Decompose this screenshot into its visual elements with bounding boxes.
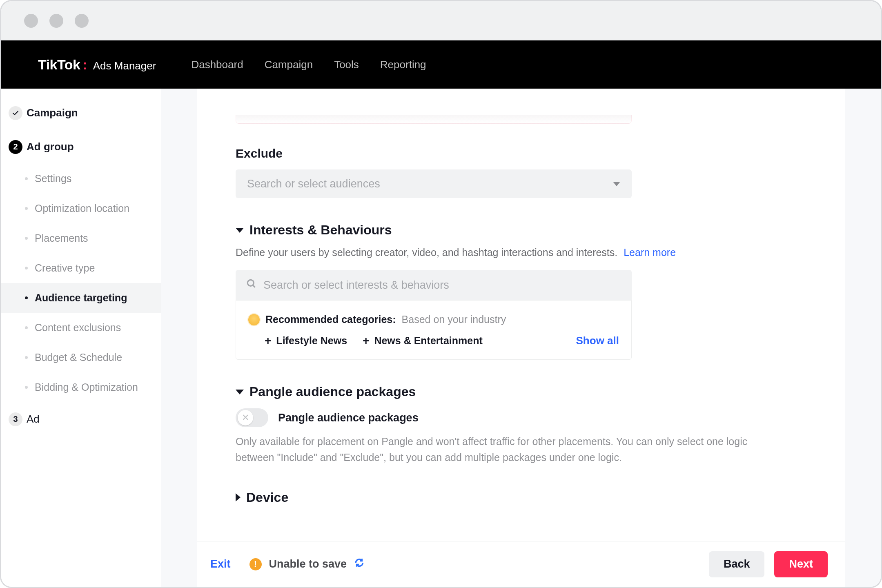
- substep-label: Creative type: [35, 262, 95, 274]
- brand: TikTok : Ads Manager: [38, 57, 156, 73]
- pangle-section: Pangle audience packages ✕ Pangle audien…: [236, 384, 806, 466]
- svg-line-1: [253, 285, 255, 287]
- exclude-label: Exclude: [236, 147, 806, 160]
- pangle-toggle[interactable]: ✕: [236, 408, 268, 427]
- show-all-link[interactable]: Show all: [576, 334, 619, 347]
- step-ad-label: Ad: [27, 413, 40, 425]
- content-inner: Exclude Search or select audiences Inter…: [197, 89, 845, 541]
- app-header: TikTok : Ads Manager Dashboard Campaign …: [1, 40, 881, 89]
- window-frame: TikTok : Ads Manager Dashboard Campaign …: [0, 0, 882, 588]
- footer-left: Exit ! Unable to save: [210, 557, 365, 571]
- substep-label: Optimization location: [35, 203, 129, 214]
- step-campaign-label: Campaign: [27, 107, 78, 119]
- pangle-desc: Only available for placement on Pangle a…: [236, 434, 758, 466]
- nav-reporting[interactable]: Reporting: [380, 58, 426, 71]
- save-status-text: Unable to save: [269, 558, 347, 570]
- learn-more-link[interactable]: Learn more: [624, 247, 676, 258]
- plus-icon: +: [363, 335, 369, 347]
- substep-bidding-optimization[interactable]: Bidding & Optimization: [1, 372, 161, 402]
- step-ad-group[interactable]: 2 Ad group: [1, 130, 161, 164]
- pangle-title: Pangle audience packages: [249, 384, 416, 399]
- chip-label: Lifestyle News: [276, 335, 347, 347]
- chip-lifestyle-news[interactable]: + Lifestyle News: [265, 335, 347, 347]
- device-title: Device: [246, 490, 288, 505]
- interests-section: Interests & Behaviours Define your users…: [236, 223, 806, 360]
- toggle-knob-off-icon: ✕: [238, 410, 253, 425]
- pangle-toggle-row: ✕ Pangle audience packages: [236, 408, 806, 427]
- substep-label: Settings: [35, 173, 71, 185]
- chevron-down-icon: [613, 182, 620, 186]
- substep-label: Audience targeting: [35, 292, 127, 304]
- footer-bar: Exit ! Unable to save Back Next: [197, 541, 845, 587]
- nav-dashboard[interactable]: Dashboard: [191, 58, 243, 71]
- exclude-placeholder: Search or select audiences: [247, 178, 380, 190]
- recommended-chips: + Lifestyle News + News & Entertainment: [265, 335, 483, 347]
- recommended-row: + Lifestyle News + News & Entertainment …: [248, 334, 619, 347]
- chip-label: News & Entertainment: [374, 335, 482, 347]
- exclude-audiences-select[interactable]: Search or select audiences: [236, 169, 632, 198]
- step-ad[interactable]: 3 Ad: [1, 402, 161, 436]
- caret-right-icon: [236, 493, 241, 501]
- exclude-section: Exclude Search or select audiences: [236, 147, 806, 198]
- back-button[interactable]: Back: [709, 551, 765, 577]
- caret-down-icon: [236, 228, 244, 233]
- step-number-icon: 3: [9, 412, 22, 426]
- svg-point-0: [247, 280, 254, 286]
- substep-audience-targeting[interactable]: Audience targeting: [1, 283, 161, 313]
- pangle-header-row[interactable]: Pangle audience packages: [236, 384, 806, 399]
- substep-creative-type[interactable]: Creative type: [1, 253, 161, 283]
- brand-colon-icon: :: [82, 57, 87, 73]
- content-pane: Exclude Search or select audiences Inter…: [161, 89, 881, 587]
- refresh-icon[interactable]: [354, 557, 365, 571]
- caret-down-icon: [236, 390, 244, 394]
- interests-desc: Define your users by selecting creator, …: [236, 247, 806, 258]
- recommended-header: Recommended categories: Based on your in…: [248, 314, 619, 325]
- recommended-panel: Recommended categories: Based on your in…: [236, 300, 632, 360]
- next-button[interactable]: Next: [774, 551, 828, 577]
- nav-tools[interactable]: Tools: [334, 58, 359, 71]
- interests-desc-text: Define your users by selecting creator, …: [236, 247, 617, 258]
- check-icon: [9, 106, 22, 120]
- app-body: Campaign 2 Ad group Settings Optimizatio…: [1, 89, 881, 587]
- step-number-icon: 2: [9, 140, 22, 154]
- substep-optimization-location[interactable]: Optimization location: [1, 194, 161, 223]
- substep-label: Content exclusions: [35, 322, 121, 334]
- lightbulb-icon: [248, 314, 260, 325]
- traffic-light-close-icon[interactable]: [24, 14, 38, 28]
- interests-header-row[interactable]: Interests & Behaviours: [236, 223, 806, 238]
- brand-subtitle: Ads Manager: [93, 60, 156, 72]
- device-header-row[interactable]: Device: [236, 490, 806, 505]
- substep-content-exclusions[interactable]: Content exclusions: [1, 313, 161, 343]
- substep-settings[interactable]: Settings: [1, 164, 161, 194]
- plus-icon: +: [265, 335, 271, 347]
- save-status: ! Unable to save: [249, 557, 365, 571]
- recommended-sub: Based on your industry: [402, 314, 506, 325]
- step-ad-group-label: Ad group: [27, 140, 74, 153]
- warning-icon: !: [249, 558, 262, 570]
- traffic-light-minimize-icon[interactable]: [49, 14, 63, 28]
- mac-titlebar: [1, 1, 881, 40]
- interests-search-placeholder: Search or select interests & behaviors: [263, 279, 449, 292]
- brand-logo: TikTok: [38, 57, 80, 73]
- substep-placements[interactable]: Placements: [1, 223, 161, 253]
- interests-search-input[interactable]: Search or select interests & behaviors: [236, 270, 632, 300]
- substep-budget-schedule[interactable]: Budget & Schedule: [1, 343, 161, 372]
- nav-campaign[interactable]: Campaign: [265, 58, 313, 71]
- chip-news-entertainment[interactable]: + News & Entertainment: [363, 335, 483, 347]
- device-section: Device: [236, 490, 806, 505]
- interests-title: Interests & Behaviours: [249, 223, 392, 238]
- recommended-label: Recommended categories:: [265, 314, 396, 325]
- footer-right: Back Next: [709, 551, 828, 577]
- substep-label: Budget & Schedule: [35, 352, 122, 363]
- wizard-sidebar: Campaign 2 Ad group Settings Optimizatio…: [1, 89, 161, 587]
- substep-label: Placements: [35, 232, 88, 244]
- header-nav: Dashboard Campaign Tools Reporting: [191, 58, 426, 71]
- previous-panel-edge: [236, 115, 632, 124]
- step-campaign[interactable]: Campaign: [1, 96, 161, 130]
- pangle-toggle-label: Pangle audience packages: [278, 412, 419, 424]
- substep-label: Bidding & Optimization: [35, 381, 138, 393]
- traffic-light-zoom-icon[interactable]: [75, 14, 89, 28]
- exit-link[interactable]: Exit: [210, 558, 231, 570]
- search-icon: [246, 278, 257, 292]
- substeps: Settings Optimization location Placement…: [1, 164, 161, 402]
